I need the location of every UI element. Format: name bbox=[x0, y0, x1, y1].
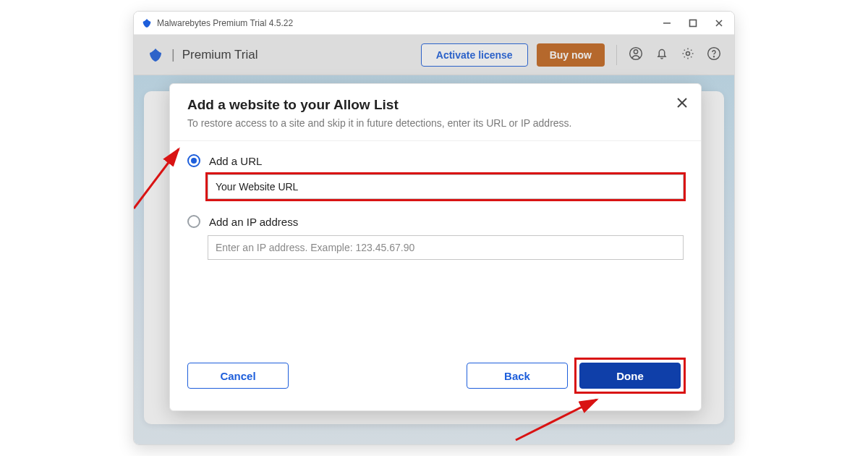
add-ip-radio-row[interactable]: Add an IP address bbox=[187, 215, 684, 228]
radio-ip-label: Add an IP address bbox=[209, 216, 298, 228]
maximize-icon[interactable] bbox=[688, 18, 698, 28]
app-window: Malwarebytes Premium Trial 4.5.22 | Prem… bbox=[133, 11, 735, 445]
modal-subtitle: To restore access to a site and skip it … bbox=[187, 117, 684, 129]
svg-rect-1 bbox=[690, 20, 697, 26]
titlebar: Malwarebytes Premium Trial 4.5.22 bbox=[134, 12, 734, 35]
cancel-button[interactable]: Cancel bbox=[187, 363, 289, 389]
url-input[interactable] bbox=[208, 174, 684, 199]
back-button[interactable]: Back bbox=[467, 363, 568, 389]
close-window-icon[interactable] bbox=[714, 18, 724, 28]
window-title: Malwarebytes Premium Trial 4.5.22 bbox=[157, 18, 662, 28]
allow-list-modal: Add a website to your Allow List To rest… bbox=[169, 83, 702, 411]
app-logo-icon bbox=[141, 17, 153, 29]
ip-input[interactable] bbox=[208, 235, 684, 260]
radio-ip-icon[interactable] bbox=[187, 215, 200, 228]
radio-url-label: Add a URL bbox=[209, 155, 262, 167]
close-icon[interactable] bbox=[676, 97, 688, 111]
radio-url-icon[interactable] bbox=[187, 154, 200, 167]
add-url-radio-row[interactable]: Add a URL bbox=[187, 154, 684, 167]
minimize-icon[interactable] bbox=[662, 18, 672, 28]
done-button[interactable]: Done bbox=[579, 363, 681, 389]
done-highlight: Done bbox=[576, 360, 684, 392]
window-controls bbox=[662, 18, 727, 28]
modal-title: Add a website to your Allow List bbox=[187, 97, 684, 113]
